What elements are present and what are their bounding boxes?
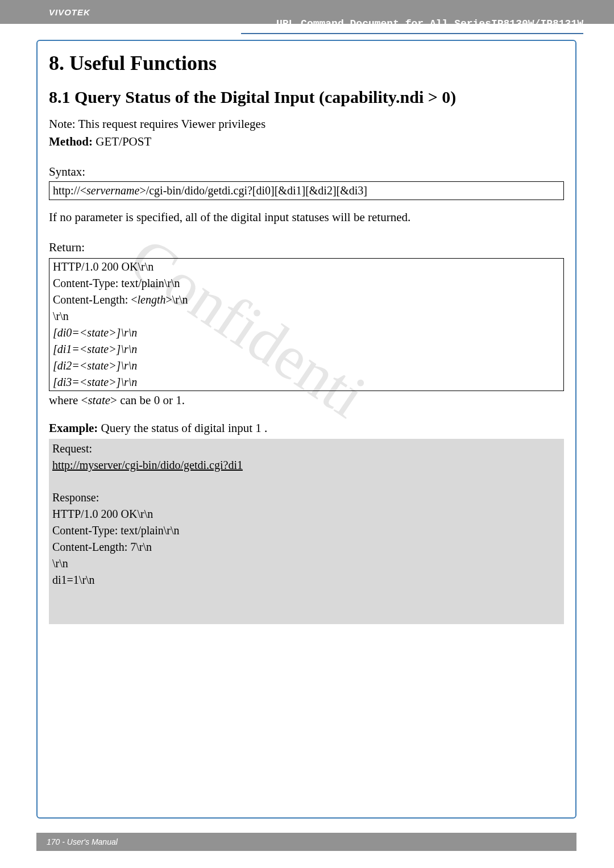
ex-r1: HTTP/1.0 200 OK\r\n	[52, 508, 561, 521]
example-text: Query the status of digital input 1 .	[101, 421, 268, 435]
method-label: Method:	[49, 135, 96, 148]
return-line-3: Content-Length: <length>\r\n	[49, 292, 563, 308]
example-box: Request: http://myserver/cgi-bin/dido/ge…	[49, 439, 564, 624]
return-line-2: Content-Type: text/plain\r\n	[49, 275, 563, 292]
content-layer: 8. Useful Functions 8.1 Query Status of …	[49, 51, 564, 624]
syntax-box: http://<servername>/cgi-bin/dido/getdi.c…	[49, 181, 564, 200]
syntax-label: Syntax:	[49, 165, 564, 179]
method-line: Method: GET/POST	[49, 135, 564, 149]
ex-url: http://myserver/cgi-bin/dido/getdi.cgi?d…	[52, 459, 561, 472]
ex-r5: di1=1\r\n	[52, 574, 561, 587]
brand-logo: VIVOTEK	[49, 7, 90, 17]
note-text: Note: This request requires Viewer privi…	[49, 117, 564, 131]
return-line-4: \r\n	[49, 308, 563, 325]
example-label: Example:	[49, 421, 101, 435]
return-line-7: [di2=<state>]\r\n	[49, 358, 563, 374]
syntax-servername: servername	[86, 184, 139, 197]
method-value: GET/POST	[96, 135, 151, 148]
return-label: Return:	[49, 240, 564, 255]
ex-response-label: Response:	[52, 491, 561, 504]
return-box: HTTP/1.0 200 OK\r\n Content-Type: text/p…	[49, 258, 564, 391]
ex-r2: Content-Type: text/plain\r\n	[52, 524, 561, 537]
ex-r4: \r\n	[52, 557, 561, 570]
doc-title-underline	[241, 33, 583, 34]
syntax-post: >/cgi-bin/dido/getdi.cgi?[di0][&di1][&di…	[139, 184, 367, 197]
main-content-frame: Confidenti 8. Useful Functions 8.1 Query…	[36, 40, 576, 819]
heading-2: 8.1 Query Status of the Digital Input (c…	[49, 88, 564, 107]
doc-title: URL Command Document for All SeriesIP813…	[276, 18, 583, 30]
where-line: where <state> can be 0 or 1.	[49, 393, 564, 408]
return-line-8: [di3=<state>]\r\n	[49, 374, 563, 391]
return-line-6: [di1=<state>]\r\n	[49, 341, 563, 358]
ex-request-label: Request:	[52, 442, 561, 455]
noparam-text: If no parameter is specified, all of the…	[49, 210, 564, 225]
example-line: Example: Query the status of digital inp…	[49, 421, 564, 435]
return-line-5: [di0=<state>]\r\n	[49, 325, 563, 341]
footer-text: 170 - User's Manual	[47, 837, 118, 846]
ex-r3: Content-Length: 7\r\n	[52, 541, 561, 554]
return-line-1: HTTP/1.0 200 OK\r\n	[49, 259, 563, 275]
heading-1: 8. Useful Functions	[49, 51, 564, 75]
syntax-pre: http://<	[53, 184, 86, 197]
footer-bar: 170 - User's Manual	[36, 833, 576, 851]
